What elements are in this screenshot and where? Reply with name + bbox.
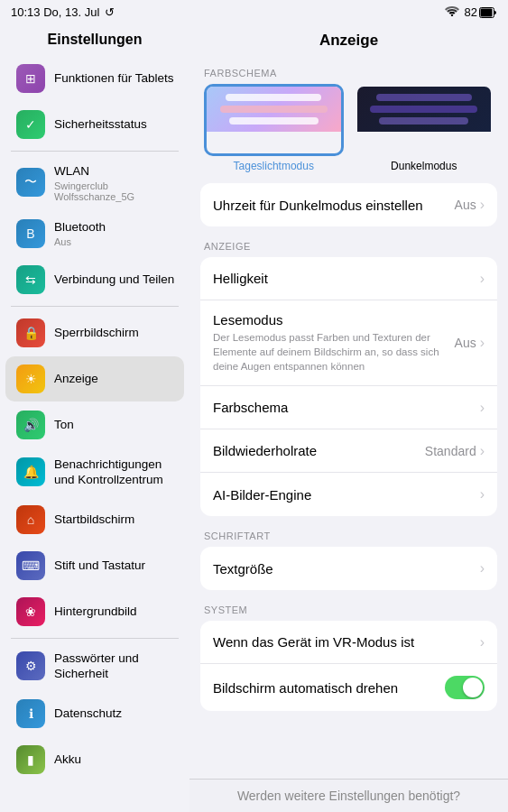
- section-label-schriftart: SCHRIFTART: [189, 523, 508, 547]
- passwoerter-icon: ⚙: [16, 651, 45, 680]
- sidebar-item-funktionen[interactable]: ⊞Funktionen für Tablets: [5, 56, 184, 101]
- sidebar-item-stift[interactable]: ⌨Stift und Tastatur: [5, 543, 184, 588]
- status-icons: 82: [445, 5, 497, 19]
- auto-drehen-row[interactable]: Bildschirm automatisch drehen: [200, 664, 497, 711]
- benachrichtigungen-icon: 🔔: [16, 457, 45, 486]
- bluetooth-label: Bluetooth: [54, 219, 175, 235]
- uhrzeit-card: Uhrzeit für Dunkelmodus einstellen Aus ›: [200, 183, 497, 226]
- funktionen-icon: ⊞: [16, 64, 45, 93]
- benachrichtigungen-label: Benachrichtigungen und Kontrollzentrum: [54, 457, 175, 488]
- sidebar-divider-2: [11, 638, 179, 639]
- verbindung-label: Verbindung und Teilen: [54, 272, 175, 288]
- lesemodus-title: Lesemodus: [213, 312, 455, 328]
- startbildschirm-label: Startbildschirm: [54, 512, 175, 528]
- sicherheitsstatus-label: Sicherheitsstatus: [54, 116, 175, 133]
- lesemodus-row[interactable]: Lesemodus Der Lesemodus passt Farben und…: [200, 300, 497, 386]
- section-label-anzeige: ANZEIGE: [189, 234, 508, 257]
- sidebar-item-sperrbildschirm[interactable]: 🔒Sperrbildschirm: [5, 310, 184, 355]
- bildwiederholrate-value: Standard: [425, 444, 476, 458]
- farbschema-chevron: ›: [480, 400, 485, 416]
- status-time: 10:13 Do, 13. Jul: [11, 5, 99, 19]
- svg-point-0: [450, 14, 452, 16]
- ton-icon: 🔊: [16, 411, 45, 439]
- anzeige-card: Helligkeit › Lesemodus Der Lesemodus pas…: [200, 257, 497, 516]
- vr-modus-row[interactable]: Wenn das Gerät im VR-Modus ist ›: [200, 621, 497, 664]
- sidebar-item-startbildschirm[interactable]: ⌂Startbildschirm: [5, 497, 184, 542]
- farbschema-row[interactable]: Farbschema ›: [200, 386, 497, 429]
- sidebar-item-anzeige[interactable]: ☀Anzeige: [5, 356, 184, 401]
- sidebar-item-datenschutz[interactable]: ℹDatenschutz: [5, 691, 184, 736]
- right-panel: Anzeige FARBSCHEMA Tageslichtmodus: [189, 23, 508, 812]
- uhrzeit-chevron: ›: [480, 197, 485, 213]
- svg-rect-2: [481, 8, 493, 16]
- schriftart-card: Textgröße ›: [200, 547, 497, 590]
- auto-drehen-toggle[interactable]: [445, 676, 485, 699]
- farbschema-title: Farbschema: [213, 400, 480, 415]
- lesemodus-desc: Der Lesemodus passt Farben und Texturen …: [213, 330, 455, 374]
- ai-bar-text: Werden weitere Einstellungen benötigt?: [237, 789, 460, 803]
- theme-light-preview: [204, 84, 344, 156]
- status-bar: 10:13 Do, 13. Jul ↺ 82: [0, 0, 508, 23]
- system-card: Wenn das Gerät im VR-Modus ist › Bildsch…: [200, 621, 497, 711]
- ai-bar: Werden weitere Einstellungen benötigt?: [189, 779, 508, 812]
- bluetooth-sublabel: Aus: [54, 236, 175, 247]
- sidebar-item-sicherheitsstatus[interactable]: ✓Sicherheitsstatus: [5, 102, 184, 147]
- vr-modus-chevron: ›: [480, 634, 485, 651]
- stift-label: Stift und Tastatur: [54, 558, 175, 574]
- helligkeit-chevron: ›: [480, 271, 485, 287]
- bluetooth-icon: B: [16, 219, 45, 248]
- theme-light-option[interactable]: Tageslichtmodus: [204, 84, 344, 172]
- section-label-farbschema: FARBSCHEMA: [189, 60, 508, 84]
- theme-light-name: Tageslichtmodus: [204, 160, 344, 172]
- sidebar-divider-0: [11, 151, 179, 152]
- akku-label: Akku: [54, 752, 175, 768]
- theme-dark-preview: [355, 84, 494, 156]
- akku-icon: ▮: [16, 745, 45, 774]
- sidebar: Einstellungen ⊞Funktionen für Tablets✓Si…: [0, 23, 189, 812]
- sidebar-item-akku[interactable]: ▮Akku: [5, 737, 184, 782]
- helligkeit-title: Helligkeit: [213, 271, 480, 286]
- wlan-label: WLAN: [54, 163, 175, 180]
- uhrzeit-row[interactable]: Uhrzeit für Dunkelmodus einstellen Aus ›: [200, 183, 497, 226]
- sidebar-title: Einstellungen: [0, 23, 189, 55]
- hintergrundbild-label: Hintergrundbild: [54, 604, 175, 620]
- bildwiederholrate-title: Bildwiederholrate: [213, 443, 425, 458]
- section-label-system: SYSTEM: [189, 597, 508, 621]
- sidebar-item-verbindung[interactable]: ⇆Verbindung und Teilen: [5, 257, 184, 302]
- sidebar-item-benachrichtigungen[interactable]: 🔔Benachrichtigungen und Kontrollzentrum: [5, 448, 184, 496]
- wlan-icon: 〜: [16, 168, 45, 197]
- hintergrundbild-icon: ❀: [16, 597, 45, 626]
- sperrbildschirm-label: Sperrbildschirm: [54, 325, 175, 341]
- stift-icon: ⌨: [16, 551, 45, 580]
- bildwiederholrate-row[interactable]: Bildwiederholrate Standard ›: [200, 429, 497, 473]
- sidebar-divider-1: [11, 306, 179, 307]
- anzeige-label: Anzeige: [54, 371, 175, 387]
- textgroesse-title: Textgröße: [213, 561, 480, 577]
- datenschutz-icon: ℹ: [16, 699, 45, 728]
- textgroesse-chevron: ›: [480, 560, 485, 577]
- theme-dark-name: Dunkelmodus: [355, 160, 494, 172]
- uhrzeit-title: Uhrzeit für Dunkelmodus einstellen: [213, 198, 455, 213]
- sidebar-item-passwoerter[interactable]: ⚙Passwörter und Sicherheit: [5, 642, 184, 690]
- toggle-knob: [463, 678, 483, 697]
- sidebar-item-bluetooth[interactable]: BBluetoothAus: [5, 211, 184, 256]
- ai-bilder-row[interactable]: AI-Bilder-Engine ›: [200, 473, 497, 516]
- textgroesse-row[interactable]: Textgröße ›: [200, 547, 497, 590]
- battery-icon: 82: [465, 5, 497, 19]
- sidebar-item-hintergrundbild[interactable]: ❀Hintergrundbild: [5, 589, 184, 634]
- lesemodus-value: Aus: [455, 336, 476, 350]
- anzeige-icon: ☀: [16, 364, 45, 393]
- sidebar-item-ton[interactable]: 🔊Ton: [5, 402, 184, 448]
- passwoerter-label: Passwörter und Sicherheit: [54, 651, 175, 682]
- main-layout: Einstellungen ⊞Funktionen für Tablets✓Si…: [0, 23, 508, 812]
- sidebar-item-wlan[interactable]: 〜WLANSwingerclub Wolfsschanze_5G: [5, 155, 184, 210]
- status-time-area: 10:13 Do, 13. Jul ↺: [11, 5, 115, 19]
- panel-title: Anzeige: [189, 23, 508, 60]
- verbindung-icon: ⇆: [16, 265, 45, 294]
- bildwiederholrate-chevron: ›: [480, 443, 485, 459]
- color-scheme-row: Tageslichtmodus Dunkelmodus: [189, 84, 508, 183]
- funktionen-label: Funktionen für Tablets: [54, 70, 175, 87]
- theme-dark-option[interactable]: Dunkelmodus: [355, 84, 494, 172]
- wlan-sublabel: Swingerclub Wolfsschanze_5G: [54, 180, 175, 202]
- helligkeit-row[interactable]: Helligkeit ›: [200, 257, 497, 300]
